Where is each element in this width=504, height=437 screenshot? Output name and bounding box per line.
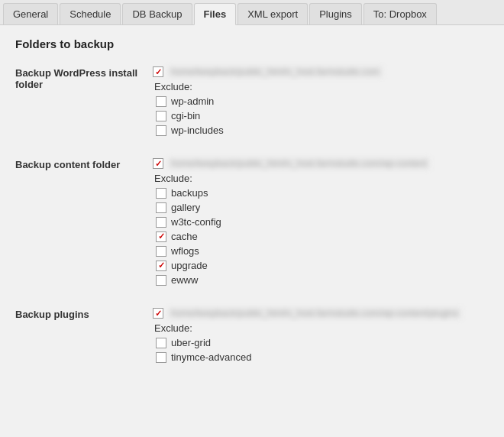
exclude-label-text-tinymce-advanced: tinymce-advanced: [171, 351, 252, 363]
backup-row-wordpress-install: Backup WordPress installfolderhome/keepb…: [15, 66, 489, 139]
folder-path-content-folder: home/keepback/public_html/v_host.farmstu…: [168, 157, 430, 170]
main-checkbox-plugins[interactable]: [153, 308, 163, 319]
backup-options-plugins: home/keepback/public_html/v_host.farmstu…: [153, 307, 489, 366]
tab-plugins[interactable]: Plugins: [309, 3, 362, 24]
exclude-label-text-wp-admin: wp-admin: [171, 95, 214, 107]
backup-row-plugins: Backup pluginshome/keepback/public_html/…: [15, 307, 489, 366]
exclude-checkbox-uber-grid[interactable]: [156, 338, 166, 348]
exclude-label-text-uber-grid: uber-grid: [171, 337, 211, 348]
exclude-row-wp-admin: wp-admin: [153, 95, 489, 107]
backup-options-wordpress-install: home/keepback/public_html/v_host.farmstu…: [153, 66, 489, 139]
exclude-label-wordpress-install: Exclude:: [153, 81, 489, 92]
tab-bar: GeneralScheduleDB BackupFilesXML exportP…: [0, 0, 504, 25]
exclude-row-cache: cache: [153, 231, 489, 242]
exclude-label-plugins: Exclude:: [153, 322, 489, 334]
backup-options-content-folder: home/keepback/public_html/v_host.farmstu…: [153, 157, 489, 289]
exclude-label-text-ewww: ewww: [171, 274, 198, 286]
tab-general[interactable]: General: [3, 3, 58, 24]
exclude-checkbox-tinymce-advanced[interactable]: [156, 352, 166, 363]
section-title: Folders to backup: [15, 37, 489, 50]
folder-path-plugins: home/keepback/public_html/v_host.farmstu…: [168, 307, 461, 319]
tab-schedule[interactable]: Schedule: [60, 3, 121, 24]
exclude-row-wp-includes: wp-includes: [153, 125, 489, 136]
exclude-checkbox-gallery[interactable]: [156, 202, 166, 213]
exclude-checkbox-w3tc-config[interactable]: [156, 217, 166, 228]
folder-path-row-content-folder: home/keepback/public_html/v_host.farmstu…: [153, 157, 489, 170]
exclude-label-text-wp-includes: wp-includes: [171, 125, 224, 136]
exclude-checkbox-backups[interactable]: [156, 188, 166, 199]
exclude-row-cgi-bin: cgi-bin: [153, 110, 489, 121]
exclude-label-content-folder: Exclude:: [153, 173, 489, 184]
main-checkbox-wordpress-install[interactable]: [153, 66, 163, 77]
exclude-row-uber-grid: uber-grid: [153, 337, 489, 348]
main-content: Folders to backup Backup WordPress insta…: [0, 25, 504, 397]
exclude-checkbox-wp-admin[interactable]: [156, 96, 166, 107]
exclude-checkbox-cgi-bin[interactable]: [156, 111, 166, 121]
tab-to-dropbox[interactable]: To: Dropbox: [363, 3, 437, 24]
folder-path-row-wordpress-install: home/keepback/public_html/v_host.farmstu…: [153, 66, 489, 78]
exclude-label-text-cgi-bin: cgi-bin: [171, 110, 200, 121]
backup-label-content-folder: Backup content folder: [15, 157, 153, 170]
exclude-checkbox-cache[interactable]: [156, 231, 166, 242]
folder-path-row-plugins: home/keepback/public_html/v_host.farmstu…: [153, 307, 489, 319]
exclude-label-text-upgrade: upgrade: [171, 260, 208, 271]
exclude-row-ewww: ewww: [153, 274, 489, 286]
backup-sections: Backup WordPress installfolderhome/keepb…: [15, 66, 489, 366]
exclude-row-backups: backups: [153, 187, 489, 199]
exclude-label-text-gallery: gallery: [171, 202, 200, 213]
exclude-label-text-cache: cache: [171, 231, 198, 242]
exclude-checkbox-ewww[interactable]: [156, 275, 166, 286]
tab-files[interactable]: Files: [194, 3, 237, 25]
backup-label-plugins: Backup plugins: [15, 307, 153, 320]
exclude-checkbox-wflogs[interactable]: [156, 246, 166, 257]
tab-db-backup[interactable]: DB Backup: [122, 3, 192, 24]
exclude-row-gallery: gallery: [153, 202, 489, 213]
exclude-label-text-wflogs: wflogs: [171, 245, 199, 257]
tab-xml-export[interactable]: XML export: [237, 3, 308, 24]
exclude-checkbox-wp-includes[interactable]: [156, 125, 166, 136]
exclude-row-upgrade: upgrade: [153, 260, 489, 271]
folder-path-wordpress-install: home/keepback/public_html/v_host.farmstu…: [168, 66, 383, 78]
main-checkbox-content-folder[interactable]: [153, 158, 163, 169]
exclude-row-w3tc-config: w3tc-config: [153, 216, 489, 228]
exclude-label-text-backups: backups: [171, 187, 208, 199]
exclude-row-tinymce-advanced: tinymce-advanced: [153, 351, 489, 363]
backup-label-wordpress-install: Backup WordPress installfolder: [15, 66, 153, 90]
exclude-checkbox-upgrade[interactable]: [156, 261, 166, 271]
backup-row-content-folder: Backup content folderhome/keepback/publi…: [15, 157, 489, 289]
exclude-label-text-w3tc-config: w3tc-config: [171, 216, 221, 228]
exclude-row-wflogs: wflogs: [153, 245, 489, 257]
